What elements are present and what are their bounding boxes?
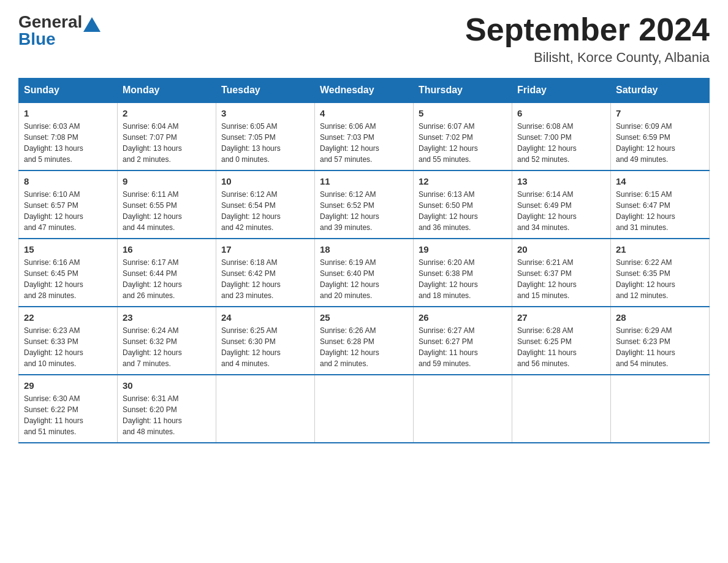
calendar-day-cell [315, 375, 414, 443]
calendar-week-row: 22 Sunrise: 6:23 AMSunset: 6:33 PMDaylig… [19, 307, 710, 375]
day-info: Sunrise: 6:28 AMSunset: 6:25 PMDaylight:… [517, 326, 577, 368]
title-block: September 2024 Bilisht, Korce County, Al… [465, 12, 710, 66]
calendar-col-header: Saturday [611, 79, 710, 103]
day-number: 6 [517, 108, 605, 118]
day-info: Sunrise: 6:22 AMSunset: 6:35 PMDaylight:… [616, 258, 675, 300]
calendar-day-cell: 11 Sunrise: 6:12 AMSunset: 6:52 PMDaylig… [315, 170, 414, 239]
day-number: 16 [123, 244, 211, 255]
day-number: 11 [320, 176, 408, 186]
calendar-day-cell: 3 Sunrise: 6:05 AMSunset: 7:05 PMDayligh… [216, 102, 315, 170]
day-info: Sunrise: 6:19 AMSunset: 6:40 PMDaylight:… [320, 258, 379, 300]
day-number: 18 [320, 244, 408, 255]
calendar-col-header: Monday [118, 79, 216, 103]
calendar-day-cell: 13 Sunrise: 6:14 AMSunset: 6:49 PMDaylig… [512, 170, 611, 239]
page-header: General Blue September 2024 Bilisht, Kor… [18, 12, 710, 66]
day-number: 7 [616, 108, 704, 118]
day-info: Sunrise: 6:07 AMSunset: 7:02 PMDaylight:… [419, 122, 478, 164]
day-info: Sunrise: 6:08 AMSunset: 7:00 PMDaylight:… [517, 122, 577, 164]
day-info: Sunrise: 6:16 AMSunset: 6:45 PMDaylight:… [24, 258, 83, 300]
day-number: 15 [24, 244, 112, 255]
calendar-day-cell: 9 Sunrise: 6:11 AMSunset: 6:55 PMDayligh… [118, 170, 216, 239]
calendar-day-cell: 2 Sunrise: 6:04 AMSunset: 7:07 PMDayligh… [118, 102, 216, 170]
calendar-day-cell: 24 Sunrise: 6:25 AMSunset: 6:30 PMDaylig… [216, 307, 315, 375]
day-number: 2 [123, 108, 211, 118]
day-info: Sunrise: 6:25 AMSunset: 6:30 PMDaylight:… [221, 326, 281, 368]
calendar-day-cell: 8 Sunrise: 6:10 AMSunset: 6:57 PMDayligh… [19, 170, 118, 239]
day-number: 3 [221, 108, 309, 118]
calendar-col-header: Wednesday [315, 79, 414, 103]
calendar-week-row: 29 Sunrise: 6:30 AMSunset: 6:22 PMDaylig… [19, 375, 710, 443]
calendar-week-row: 1 Sunrise: 6:03 AMSunset: 7:08 PMDayligh… [19, 102, 710, 170]
calendar-day-cell: 27 Sunrise: 6:28 AMSunset: 6:25 PMDaylig… [512, 307, 611, 375]
day-number: 5 [419, 108, 507, 118]
day-info: Sunrise: 6:23 AMSunset: 6:33 PMDaylight:… [24, 326, 83, 368]
calendar-day-cell [414, 375, 512, 443]
calendar-col-header: Thursday [414, 79, 512, 103]
day-info: Sunrise: 6:04 AMSunset: 7:07 PMDaylight:… [123, 122, 182, 164]
day-number: 17 [221, 244, 309, 255]
day-number: 29 [24, 380, 112, 391]
day-number: 8 [24, 176, 112, 186]
calendar-day-cell: 21 Sunrise: 6:22 AMSunset: 6:35 PMDaylig… [611, 239, 710, 307]
calendar-col-header: Tuesday [216, 79, 315, 103]
calendar-day-cell [216, 375, 315, 443]
calendar-day-cell: 6 Sunrise: 6:08 AMSunset: 7:00 PMDayligh… [512, 102, 611, 170]
day-number: 4 [320, 108, 408, 118]
day-number: 22 [24, 312, 112, 323]
calendar-week-row: 8 Sunrise: 6:10 AMSunset: 6:57 PMDayligh… [19, 170, 710, 239]
day-info: Sunrise: 6:05 AMSunset: 7:05 PMDaylight:… [221, 122, 281, 164]
logo-blue-text: Blue [18, 29, 56, 49]
calendar-day-cell: 20 Sunrise: 6:21 AMSunset: 6:37 PMDaylig… [512, 239, 611, 307]
day-number: 25 [320, 312, 408, 323]
day-number: 12 [419, 176, 507, 186]
day-info: Sunrise: 6:21 AMSunset: 6:37 PMDaylight:… [517, 258, 577, 300]
day-info: Sunrise: 6:18 AMSunset: 6:42 PMDaylight:… [221, 258, 281, 300]
calendar-day-cell: 1 Sunrise: 6:03 AMSunset: 7:08 PMDayligh… [19, 102, 118, 170]
calendar-day-cell: 26 Sunrise: 6:27 AMSunset: 6:27 PMDaylig… [414, 307, 512, 375]
day-number: 14 [616, 176, 704, 186]
day-number: 24 [221, 312, 309, 323]
day-info: Sunrise: 6:29 AMSunset: 6:23 PMDaylight:… [616, 326, 675, 368]
day-number: 21 [616, 244, 704, 255]
day-number: 26 [419, 312, 507, 323]
calendar-day-cell: 19 Sunrise: 6:20 AMSunset: 6:38 PMDaylig… [414, 239, 512, 307]
day-info: Sunrise: 6:30 AMSunset: 6:22 PMDaylight:… [24, 394, 83, 436]
day-info: Sunrise: 6:13 AMSunset: 6:50 PMDaylight:… [419, 190, 478, 232]
day-number: 9 [123, 176, 211, 186]
calendar-day-cell: 15 Sunrise: 6:16 AMSunset: 6:45 PMDaylig… [19, 239, 118, 307]
day-info: Sunrise: 6:26 AMSunset: 6:28 PMDaylight:… [320, 326, 379, 368]
calendar-header-row: SundayMondayTuesdayWednesdayThursdayFrid… [19, 79, 710, 103]
calendar-day-cell: 23 Sunrise: 6:24 AMSunset: 6:32 PMDaylig… [118, 307, 216, 375]
calendar-subtitle: Bilisht, Korce County, Albania [465, 50, 710, 66]
calendar-day-cell: 5 Sunrise: 6:07 AMSunset: 7:02 PMDayligh… [414, 102, 512, 170]
day-info: Sunrise: 6:12 AMSunset: 6:52 PMDaylight:… [320, 190, 379, 232]
day-number: 10 [221, 176, 309, 186]
day-info: Sunrise: 6:27 AMSunset: 6:27 PMDaylight:… [419, 326, 478, 368]
calendar-week-row: 15 Sunrise: 6:16 AMSunset: 6:45 PMDaylig… [19, 239, 710, 307]
day-number: 27 [517, 312, 605, 323]
day-info: Sunrise: 6:10 AMSunset: 6:57 PMDaylight:… [24, 190, 83, 232]
day-number: 1 [24, 108, 112, 118]
calendar-day-cell: 25 Sunrise: 6:26 AMSunset: 6:28 PMDaylig… [315, 307, 414, 375]
day-number: 13 [517, 176, 605, 186]
day-number: 30 [123, 380, 211, 391]
calendar-day-cell: 4 Sunrise: 6:06 AMSunset: 7:03 PMDayligh… [315, 102, 414, 170]
day-number: 28 [616, 312, 704, 323]
day-info: Sunrise: 6:17 AMSunset: 6:44 PMDaylight:… [123, 258, 182, 300]
calendar-day-cell: 30 Sunrise: 6:31 AMSunset: 6:20 PMDaylig… [118, 375, 216, 443]
day-number: 23 [123, 312, 211, 323]
calendar-day-cell: 29 Sunrise: 6:30 AMSunset: 6:22 PMDaylig… [19, 375, 118, 443]
calendar-day-cell: 18 Sunrise: 6:19 AMSunset: 6:40 PMDaylig… [315, 239, 414, 307]
day-info: Sunrise: 6:24 AMSunset: 6:32 PMDaylight:… [123, 326, 182, 368]
day-info: Sunrise: 6:12 AMSunset: 6:54 PMDaylight:… [221, 190, 281, 232]
calendar-day-cell: 16 Sunrise: 6:17 AMSunset: 6:44 PMDaylig… [118, 239, 216, 307]
day-info: Sunrise: 6:03 AMSunset: 7:08 PMDaylight:… [24, 122, 83, 164]
logo-triangle-icon [83, 17, 100, 32]
day-number: 20 [517, 244, 605, 255]
day-info: Sunrise: 6:31 AMSunset: 6:20 PMDaylight:… [123, 394, 182, 436]
calendar-day-cell: 12 Sunrise: 6:13 AMSunset: 6:50 PMDaylig… [414, 170, 512, 239]
day-info: Sunrise: 6:06 AMSunset: 7:03 PMDaylight:… [320, 122, 379, 164]
calendar-day-cell [611, 375, 710, 443]
calendar-col-header: Sunday [19, 79, 118, 103]
calendar-day-cell: 22 Sunrise: 6:23 AMSunset: 6:33 PMDaylig… [19, 307, 118, 375]
